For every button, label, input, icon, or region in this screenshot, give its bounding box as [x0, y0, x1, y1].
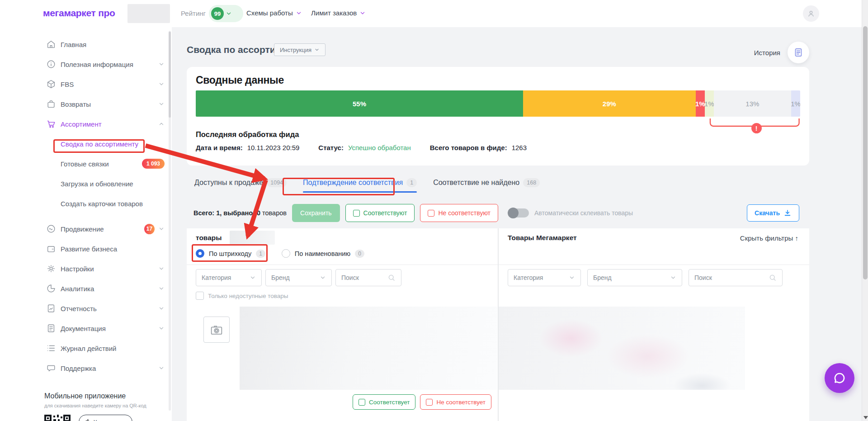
chevron-down-icon [158, 81, 165, 87]
wallet-icon [46, 244, 56, 254]
sidebar-item-assortment[interactable]: Ассортимент [0, 114, 172, 134]
sidebar-item-business-development[interactable]: Развитие бизнеса [0, 239, 172, 259]
row-no-match-button[interactable]: Не соответствует [420, 394, 491, 410]
page-scrollbar[interactable] [862, 0, 868, 421]
sidebar-scrollbar-thumb[interactable] [169, 32, 171, 118]
divider [499, 265, 809, 265]
bar-segment: 1% [791, 90, 800, 117]
brand-select[interactable]: Бренд [587, 269, 682, 286]
rating-dropdown[interactable]: 99 [209, 5, 243, 22]
search-icon [769, 274, 777, 282]
feed-date-value: 10.11.2023 20:59 [247, 144, 300, 151]
search-input[interactable]: Поиск [689, 269, 783, 286]
menu-work-schemes-label: Схемы работы [246, 9, 293, 17]
chat-icon [46, 363, 56, 373]
sidebar-subitem-label: Загрузка и обновление [61, 180, 133, 188]
no-match-bulk-button[interactable]: Не соответствуют [420, 204, 498, 222]
mobile-app-subtitle: для скачивания наведите камеру на QR-код [44, 403, 162, 408]
sidebar-subitem-upload-update[interactable]: Загрузка и обновление [0, 174, 172, 194]
radio-by-name[interactable] [282, 249, 290, 258]
tab-available-for-sale[interactable]: Доступны к продаже 1094 [194, 178, 287, 193]
row-match-label: Соответствует [369, 399, 410, 406]
box-icon [46, 79, 56, 89]
top-header: мегамаркет про Рейтинг 99 Схемы работы Л… [0, 0, 868, 27]
match-bulk-button[interactable]: Соответствуют [345, 204, 415, 222]
scrollbar-down-arrow[interactable] [863, 416, 868, 419]
mobile-app-block: Мобильное приложение для скачивания наве… [44, 392, 162, 421]
sidebar-item-reporting[interactable]: Отчетность [0, 298, 172, 318]
sidebar-subitem-create-cards[interactable]: Создать карточки товаров [0, 194, 172, 213]
menu-order-limit[interactable]: Лимит заказов [311, 9, 366, 17]
only-unavailable-checkbox[interactable]: Только недоступные товары [196, 292, 288, 300]
warning-badge: ! [751, 123, 762, 133]
sidebar-item-settings[interactable]: Настройки [0, 259, 172, 279]
category-select-value: Категория [514, 274, 569, 281]
save-button[interactable]: Сохранить [292, 204, 340, 222]
match-bulk-button-label: Соответствуют [363, 209, 407, 217]
brand-select[interactable]: Бренд [265, 269, 332, 286]
checkbox-icon [428, 210, 434, 217]
sidebar-item-support[interactable]: Поддержка [0, 358, 172, 378]
chevron-down-icon [569, 274, 575, 281]
page-scrollbar-thumb[interactable] [863, 26, 868, 279]
auto-merge-toggle[interactable] [508, 208, 529, 218]
search-input[interactable]: Поиск [335, 269, 401, 286]
feed-status-label: Статус: [318, 144, 344, 151]
menu-work-schemes[interactable]: Схемы работы [246, 9, 302, 17]
rating-value-badge: 99 [211, 7, 224, 20]
bar-segment: 55% [196, 90, 523, 117]
sidebar-subitem-assortment-summary[interactable]: Сводка по ассортименту [0, 134, 172, 154]
toggle-knob [508, 208, 519, 218]
instruction-button[interactable]: Инструкция [274, 43, 326, 56]
hide-filters-link[interactable]: Скрыть фильтры ↑ [740, 234, 798, 242]
tab-badge: 1094 [267, 178, 287, 187]
row-actions: Соответствует Не соответствует [353, 394, 491, 410]
sidebar-item-action-log[interactable]: Журнал действий [0, 338, 172, 358]
tab-label: Подтверждение соответствия [303, 179, 403, 187]
checkbox-icon [196, 292, 204, 300]
category-select[interactable]: Категория [508, 269, 581, 286]
no-match-bulk-button-label: Не соответствуют [438, 209, 491, 217]
megamarket-pro-page: мегамаркет про Рейтинг 99 Схемы работы Л… [0, 0, 868, 421]
redacted-supplier-name [230, 231, 275, 245]
support-chat-fab[interactable] [825, 363, 854, 393]
bar-segment: 1% [705, 90, 714, 117]
tab-confirmation-of-compliance[interactable]: Подтверждение соответствия 1 [303, 178, 417, 193]
report-icon [46, 303, 56, 313]
bar-segment: 29% [523, 90, 696, 117]
home-icon [46, 39, 56, 49]
category-select[interactable]: Категория [196, 269, 262, 286]
row-match-button[interactable]: Соответствует [353, 394, 415, 410]
radio-by-barcode-label: По штрихкоду [209, 250, 251, 257]
menu-order-limit-label: Лимит заказов [311, 9, 357, 17]
sidebar-item-useful-info[interactable]: Полезная информация [0, 54, 172, 74]
save-button-label: Сохранить [300, 209, 332, 217]
checkbox-icon [353, 210, 360, 217]
sidebar-item-label: Развитие бизнеса [61, 245, 117, 253]
sidebar-item-returns[interactable]: Возвраты [0, 94, 172, 114]
matching-panels: товары По штрихкоду 1 По наименованию 0 … [187, 228, 809, 421]
sidebar-item-fbs[interactable]: FBS [0, 74, 172, 94]
tab-no-match-found[interactable]: Соответствие не найдено 168 [433, 178, 540, 193]
chevron-down-icon [158, 61, 165, 67]
assortment-tabs: Доступны к продаже 1094 Подтверждение со… [187, 178, 809, 197]
user-avatar[interactable] [803, 5, 819, 22]
checkbox-icon [359, 399, 365, 406]
sidebar-item-promotion[interactable]: Продвижение 17 [0, 219, 172, 239]
megamarket-panel-title: Товары Мегамаркет [508, 234, 577, 242]
chevron-down-icon [314, 47, 320, 52]
brand-logo[interactable]: мегамаркет про [43, 8, 115, 19]
sidebar-subitem-ready-links[interactable]: Готовые связки 1 093 [0, 154, 172, 174]
download-button[interactable]: Скачать [747, 204, 799, 222]
history-button[interactable] [788, 42, 809, 63]
sidebar-item-documentation[interactable]: Документация [0, 318, 172, 338]
tab-badge: 168 [523, 178, 540, 187]
sidebar-item-analytics[interactable]: Аналитика [0, 279, 172, 298]
chevron-down-icon [158, 265, 165, 272]
app-store-button[interactable]: Установить на [79, 415, 132, 421]
sidebar-item-label: Журнал действий [61, 345, 116, 352]
radio-by-barcode[interactable] [196, 249, 204, 258]
feed-total-value: 1263 [512, 144, 527, 151]
sidebar-item-home[interactable]: Главная [0, 34, 172, 54]
mobile-app-title: Мобильное приложение [44, 392, 162, 400]
